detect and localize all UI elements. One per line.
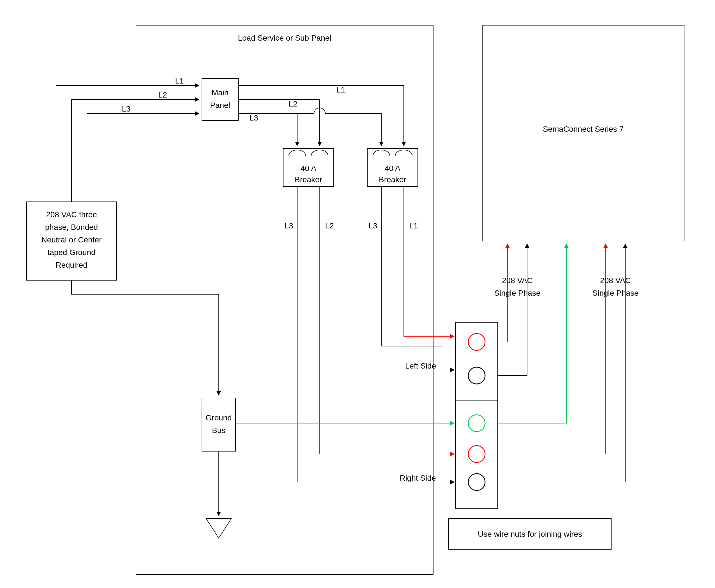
label-l3-in: L3 (122, 105, 130, 113)
ground-bus-l2: Bus (212, 426, 225, 435)
phase1-l1: 208 VAC (502, 276, 533, 285)
device-label: SemaConnect Series 7 (543, 125, 624, 133)
breaker2-l1: 40 A (385, 164, 401, 173)
label-b2-l3: L3 (368, 222, 377, 230)
source-line3: Neutral or Center (41, 235, 102, 244)
label-b2-l1: L1 (409, 222, 418, 230)
main-panel-l2: Panel (210, 101, 230, 110)
ground-bus-l1: Ground (206, 413, 231, 422)
right-side-label: Right Side (400, 474, 436, 482)
breaker2-l2: Breaker (379, 175, 406, 184)
breaker1-l2: Breaker (295, 175, 322, 184)
source-line4: taped Ground (47, 248, 95, 257)
wire-t3-up (498, 244, 566, 423)
breaker1-l1: 40 A (301, 164, 316, 173)
label-b1-l2: L2 (325, 222, 334, 230)
phase2-l2: Single Phase (592, 289, 638, 297)
phase2-l1: 208 VAC (600, 276, 631, 285)
wire-t2-up (498, 244, 527, 376)
label-l2-top: L2 (288, 100, 297, 108)
label-l1-in: L1 (175, 77, 184, 85)
wire-t4-up (498, 244, 606, 454)
source-line1: 208 VAC three (46, 210, 97, 219)
sub-panel-box (136, 25, 433, 574)
label-l1-top: L1 (336, 85, 345, 94)
phase1-l2: Single Phase (494, 289, 540, 297)
source-line2: phase, Bonded (45, 223, 98, 231)
ground-bus-box (202, 398, 236, 451)
label-b1-l3: L3 (284, 222, 293, 230)
sub-panel-title: Load Service or Sub Panel (238, 34, 331, 42)
source-line5: Required (56, 261, 87, 269)
wiring-diagram: Load Service or Sub Panel 208 VAC three … (0, 0, 715, 588)
wire-nuts-text: Use wire nuts for joining wires (478, 530, 582, 539)
main-panel-l1: Main (212, 88, 229, 97)
left-side-label: Left Side (405, 361, 436, 370)
main-panel-box (202, 79, 238, 121)
label-l2-in: L2 (158, 90, 167, 99)
label-l3-top: L3 (249, 113, 258, 122)
